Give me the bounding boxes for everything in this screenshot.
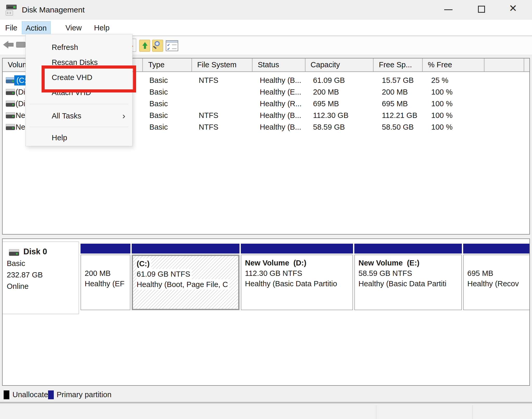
back-arrow-icon[interactable]: [3, 39, 15, 51]
disk-graphical-pane: Disk 0 Basic 232.87 GB Online 200 MB Hea…: [2, 238, 530, 386]
menu-view[interactable]: View: [62, 21, 85, 34]
header-file-system[interactable]: File System: [192, 58, 252, 71]
volume-label: Ne: [16, 121, 25, 133]
primary-partition-swatch: [48, 390, 54, 399]
partition-box-selected: (C:) 61.09 GB NTFS Healthy (Boot, Page F…: [132, 255, 240, 310]
header-filler: [524, 58, 529, 71]
unallocated-swatch: [4, 390, 9, 399]
primary-partition-bar: [241, 244, 353, 254]
disk-management-app-icon: [5, 4, 17, 16]
menu-bar: File Action View Help: [0, 20, 532, 36]
menu-file[interactable]: File: [2, 21, 21, 34]
close-button[interactable]: ✕: [501, 0, 525, 18]
disk-management-window: Disk Management ✕ File Action View Help …: [0, 0, 532, 419]
partition-recovery[interactable]: 695 MB Healthy (Recov: [463, 239, 530, 317]
legend-unallocated: Unallocated: [12, 388, 52, 401]
annotation-highlight-box: [42, 65, 136, 92]
partition-c[interactable]: (C:) 61.09 GB NTFS Healthy (Boot, Page F…: [132, 239, 240, 317]
menu-item-refresh[interactable]: Refresh: [26, 40, 132, 55]
partition-e[interactable]: New Volume (E:) 58.59 GB NTFS Healthy (B…: [354, 239, 462, 317]
properties-icon[interactable]: ✔ ✔: [166, 40, 178, 51]
header-capacity[interactable]: Capacity: [305, 58, 374, 71]
menu-action[interactable]: Action: [22, 21, 51, 34]
header-status[interactable]: Status: [252, 58, 305, 71]
volume-drive-icon: [6, 124, 15, 131]
legend-bar: Unallocated Primary partition: [0, 386, 532, 403]
maximize-button[interactable]: [470, 0, 493, 18]
menu-separator: [29, 104, 129, 104]
menu-item-help[interactable]: Help: [26, 130, 132, 145]
partition-box: 200 MB Healthy (EF: [81, 255, 130, 310]
partition-box: 695 MB Healthy (Recov: [463, 255, 530, 310]
title-bar: Disk Management ✕: [0, 0, 532, 20]
console-icon[interactable]: [16, 42, 25, 48]
partition-d[interactable]: New Volume (D:) 112.30 GB NTFS Healthy (…: [241, 239, 353, 317]
volume-label: Ne: [16, 110, 25, 121]
partition-box: New Volume (D:) 112.30 GB NTFS Healthy (…: [241, 255, 353, 310]
primary-partition-bar: [132, 244, 240, 254]
primary-partition-bar: [81, 244, 130, 254]
search-folder-icon[interactable]: [152, 40, 163, 52]
close-icon: ✕: [501, 0, 525, 18]
disk0-label: Disk 0: [23, 246, 47, 257]
legend-primary-partition: Primary partition: [57, 388, 111, 401]
primary-partition-bar: [354, 244, 462, 254]
disk0-size: 232.87 GB: [7, 270, 43, 280]
footer-strip: [0, 403, 532, 419]
header-percent-free[interactable]: % Free: [423, 58, 484, 71]
header-free-space[interactable]: Free Sp...: [374, 58, 423, 71]
maximize-icon: [478, 6, 485, 13]
volume-drive-icon: [6, 112, 15, 119]
disk-drive-icon: [9, 249, 19, 256]
disk0-status: Online: [7, 281, 29, 291]
volume-drive-icon: [6, 89, 15, 96]
volume-label: (Di: [16, 86, 25, 98]
menu-item-all-tasks[interactable]: All Tasks: [26, 109, 132, 123]
menu-separator: [29, 127, 129, 127]
window-title: Disk Management: [22, 0, 85, 20]
header-type[interactable]: Type: [143, 58, 192, 71]
volume-label: (Di: [16, 98, 25, 110]
disk0-info-panel[interactable]: Disk 0 Basic 232.87 GB Online: [3, 242, 79, 314]
menu-help[interactable]: Help: [90, 21, 113, 34]
partition-box: New Volume (E:) 58.59 GB NTFS Healthy (B…: [354, 255, 462, 310]
volume-drive-icon: [6, 77, 15, 84]
disk0-type: Basic: [7, 258, 25, 268]
primary-partition-bar: [463, 244, 530, 254]
partition-efi[interactable]: 200 MB Healthy (EF: [81, 239, 130, 317]
export-folder-icon[interactable]: [139, 40, 150, 52]
minimize-button[interactable]: [436, 0, 460, 18]
minimize-icon: [444, 9, 453, 10]
submenu-arrow-icon: ›: [122, 109, 130, 123]
header-empty[interactable]: [484, 58, 524, 71]
volume-drive-icon: [6, 100, 15, 107]
pane-splitter[interactable]: [0, 235, 532, 238]
